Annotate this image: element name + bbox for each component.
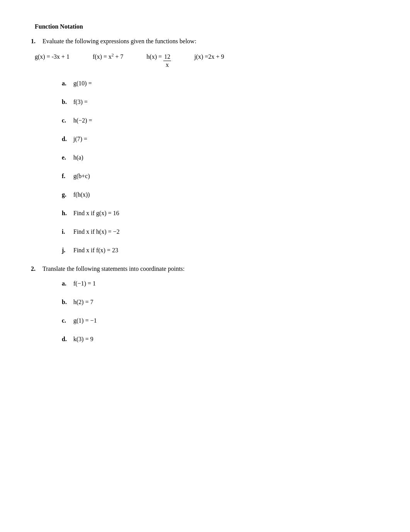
sub-content-a: g(10) = [73,80,92,87]
sub-item-a: a. g(10) = [62,80,379,87]
question-2-text: Translate the following statements into … [42,265,185,272]
sub-item-d: d. j(7) = [62,136,379,143]
sub-content-h: Find x if g(x) = 16 [73,210,119,217]
question-1-sub-items: a. g(10) = b. f(3) = c. h(−2) = d. j(7) … [62,80,379,254]
sub-content-c: h(−2) = [73,117,92,124]
question-2-block: 2. Translate the following statements in… [31,265,379,343]
q2-sub-content-d: k(3) = 9 [73,336,93,343]
question-2-number: 2. [31,265,42,272]
q2-sub-label-a: a. [62,280,73,287]
q2-sub-label-b: b. [62,299,73,306]
sub-content-d: j(7) = [73,136,87,143]
q2-sub-content-c: g(1) = −1 [73,317,97,324]
sub-item-i: i. Find x if h(x) = −2 [62,228,379,235]
function-h: h(x) = 12 x [147,53,171,68]
question-2-sub-items: a. f(−1) = 1 b. h(2) = 7 c. g(1) = −1 d.… [62,280,379,343]
sub-label-h: h. [62,210,73,217]
sub-content-f: g(b+c) [73,173,90,180]
q2-sub-item-a: a. f(−1) = 1 [62,280,379,287]
q2-sub-content-b: h(2) = 7 [73,299,93,306]
q2-sub-item-d: d. k(3) = 9 [62,336,379,343]
q2-sub-content-a: f(−1) = 1 [73,280,96,287]
sub-content-e: h(a) [73,154,83,161]
sub-item-f: f. g(b+c) [62,173,379,180]
function-f: f(x) = x2 + 7 [93,53,124,60]
function-j: j(x) =2x + 9 [194,53,224,60]
sub-label-d: d. [62,136,73,143]
sub-item-h: h. Find x if g(x) = 16 [62,210,379,217]
q2-sub-item-b: b. h(2) = 7 [62,299,379,306]
sub-label-i: i. [62,228,73,235]
sub-label-e: e. [62,154,73,161]
function-g: g(x) = -3x + 1 [35,53,69,60]
q2-sub-item-c: c. g(1) = −1 [62,317,379,324]
sub-item-j: j. Find x if f(x) = 23 [62,247,379,254]
question-1-number: 1. [31,38,42,45]
sub-label-a: a. [62,80,73,87]
question-1-block: 1. Evaluate the following expressions gi… [31,38,379,254]
sub-label-j: j. [62,247,73,254]
sub-item-b: b. f(3) = [62,99,379,105]
sub-label-b: b. [62,99,73,105]
sub-content-i: Find x if h(x) = −2 [73,228,120,235]
sub-content-b: f(3) = [73,99,88,105]
sub-label-c: c. [62,117,73,124]
sub-label-g: g. [62,191,73,198]
sub-item-e: e. h(a) [62,154,379,161]
sub-item-g: g. f(h(x)) [62,191,379,198]
q2-sub-label-c: c. [62,317,73,324]
sub-content-g: f(h(x)) [73,191,90,198]
sub-item-c: c. h(−2) = [62,117,379,124]
q2-sub-label-d: d. [62,336,73,343]
question-1-text: Evaluate the following expressions given… [42,38,197,45]
functions-row: g(x) = -3x + 1 f(x) = x2 + 7 h(x) = 12 x… [35,53,379,68]
page-title: Function Notation [35,23,379,30]
sub-label-f: f. [62,173,73,180]
sub-content-j: Find x if f(x) = 23 [73,247,118,254]
